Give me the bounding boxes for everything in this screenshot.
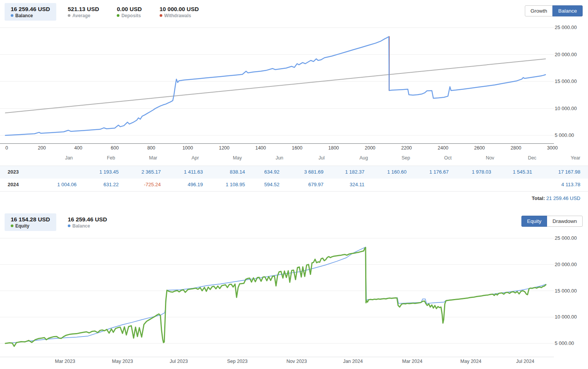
- deposits-value: 0.00 USD: [117, 6, 142, 12]
- table-cell: 3 681.69: [304, 169, 323, 175]
- table-cell: 1 182.37: [345, 169, 364, 175]
- month-column-label: Sep: [402, 155, 410, 161]
- table-cell: 634.92: [264, 169, 279, 175]
- equity-chart-month-row: Mar 2023May 2023Jul 2023Sep 2023Nov 2023…: [0, 359, 588, 365]
- x-axis-tick-label: 2200: [401, 145, 412, 151]
- table-cell: 1 978.03: [472, 169, 491, 175]
- growth-balance-toggle: GrowthBalance: [525, 5, 583, 16]
- y-axis-label: 20 000.00: [555, 262, 577, 267]
- equity-dot-icon: [11, 224, 13, 227]
- y-axis-label: 20 000.00: [555, 52, 577, 57]
- balance-value: 16 259.46 USD: [11, 6, 50, 12]
- signal-statistics-page: { "colors": { "balance_line": "#6B9DE8",…: [0, 0, 588, 369]
- row-year-label: 2023: [8, 169, 19, 175]
- table-cell: 1 160.60: [387, 169, 407, 175]
- x-axis-tick-label: 1400: [255, 145, 266, 151]
- table-cell: 1 193.45: [99, 169, 119, 175]
- balance-chart-x-axis: [0, 143, 554, 144]
- time-axis-label: May 2023: [112, 359, 133, 364]
- legend-item-equity[interactable]: 16 154.28 USD Equity: [5, 213, 56, 231]
- table-cell: 4 113.78: [561, 182, 580, 187]
- balance-chart-header: 16 259.46 USD Balance 521.13 USD Average…: [5, 3, 583, 22]
- y-axis-label: 15 000.00: [555, 78, 577, 84]
- table-total-row: Total: 21 259.46 USD: [532, 195, 580, 201]
- y-axis-label: 15 000.00: [555, 288, 577, 294]
- x-axis-tick-label: 0: [5, 145, 8, 151]
- balance-label: Balance: [15, 13, 33, 18]
- month-column-label: Jun: [276, 155, 283, 161]
- x-axis-tick-label: 2000: [365, 145, 376, 151]
- drawdown-tab-button[interactable]: Drawdown: [547, 216, 583, 227]
- equity-tab-button[interactable]: Equity: [521, 216, 547, 227]
- month-column-label: May: [233, 155, 242, 161]
- time-axis-label: Sep 2023: [227, 359, 248, 364]
- balance2-label: Balance: [72, 223, 90, 229]
- average-label: Average: [72, 13, 90, 18]
- x-axis-tick-label: 200: [38, 145, 46, 151]
- balance2-value: 16 259.46 USD: [68, 216, 107, 223]
- x-axis-tick-label: 2400: [438, 145, 448, 151]
- time-axis-label: May 2024: [461, 359, 482, 364]
- month-column-label: Apr: [191, 155, 199, 161]
- month-column-label: Nov: [486, 155, 494, 161]
- month-column-label: Feb: [107, 155, 115, 161]
- equity-drawdown-toggle: EquityDrawdown: [521, 216, 583, 227]
- row-year-label: 2024: [8, 182, 19, 187]
- legend-item-deposits[interactable]: 0.00 USD Deposits: [111, 3, 148, 21]
- deposits-dot-icon: [117, 14, 119, 17]
- y-axis-label: 5 000.00: [555, 132, 574, 138]
- equity-chart-header: 16 154.28 USD Equity 16 259.46 USD Balan…: [5, 213, 583, 232]
- growth-tab-button[interactable]: Growth: [525, 5, 553, 16]
- month-column-label: Dec: [528, 155, 536, 161]
- x-axis-tick-label: 400: [74, 145, 82, 151]
- table-row-2023: 20231 193.452 365.171 411.63838.14634.92…: [0, 166, 588, 179]
- balance2-dot-icon: [68, 224, 70, 227]
- equity-chart-canvas[interactable]: [0, 232, 588, 357]
- x-axis-tick-label: 1800: [328, 145, 339, 151]
- table-cell: 1 176.67: [429, 169, 449, 175]
- table-cell: 594.52: [264, 182, 279, 187]
- month-column-label: Jul: [318, 155, 325, 161]
- legend-item-withdrawals[interactable]: 10 000.00 USD Withdrawals: [154, 3, 205, 21]
- equity-label: Equity: [15, 223, 29, 229]
- table-cell: -725.24: [144, 182, 161, 187]
- table-cell: 631.22: [103, 182, 119, 187]
- y-axis-label: 25 000.00: [555, 24, 577, 30]
- equity-value: 16 154.28 USD: [11, 216, 50, 223]
- y-axis-label: 5 000.00: [555, 340, 574, 346]
- legend-item-balance2[interactable]: 16 259.46 USD Balance: [62, 213, 113, 231]
- table-cell: 838.14: [230, 169, 245, 175]
- balance-chart[interactable]: 25 000.0020 000.0015 000.0010 000.005 00…: [0, 22, 588, 144]
- month-column-label: Mar: [149, 155, 157, 161]
- table-cell: 324.11: [350, 182, 364, 187]
- time-axis-label: Jan 2024: [343, 359, 363, 364]
- x-axis-tick-label: 1000: [182, 145, 193, 151]
- y-axis-label: 10 000.00: [555, 106, 577, 111]
- x-axis-tick-label: 3000: [547, 145, 558, 151]
- equity-chart[interactable]: 25 000.0020 000.0015 000.0010 000.005 00…: [0, 232, 588, 357]
- legend-item-average[interactable]: 521.13 USD Average: [62, 3, 105, 21]
- month-column-label: Jan: [65, 155, 73, 161]
- x-axis-tick-label: 2600: [474, 145, 485, 151]
- x-axis-tick-label: 800: [147, 145, 155, 151]
- x-axis-tick-label: 600: [111, 145, 119, 151]
- time-axis-label: Jul 2024: [516, 359, 534, 364]
- legend-item-balance[interactable]: 16 259.46 USD Balance: [5, 3, 56, 21]
- balance-tab-button[interactable]: Balance: [552, 5, 583, 16]
- time-axis-label: Jul 2023: [170, 359, 188, 364]
- table-cell: 1 545.31: [513, 169, 532, 175]
- balance-chart-canvas[interactable]: [0, 22, 588, 144]
- year-column-label: Year: [571, 155, 580, 161]
- month-column-label: Aug: [359, 155, 368, 161]
- table-cell: 496.19: [188, 182, 203, 187]
- deposits-label: Deposits: [121, 13, 141, 18]
- table-row-2024: 20241 004.06631.22-725.24496.191 108.955…: [0, 179, 588, 191]
- average-value: 521.13 USD: [68, 6, 99, 12]
- table-cell: 1 411.63: [184, 169, 203, 175]
- x-axis-tick-label: 1200: [219, 145, 230, 151]
- withdrawals-dot-icon: [160, 14, 162, 17]
- equity-chart-x-axis: [0, 357, 554, 357]
- table-cell: 679.97: [308, 182, 323, 187]
- withdrawals-value: 10 000.00 USD: [160, 6, 199, 12]
- x-axis-tick-label: 1600: [292, 145, 302, 151]
